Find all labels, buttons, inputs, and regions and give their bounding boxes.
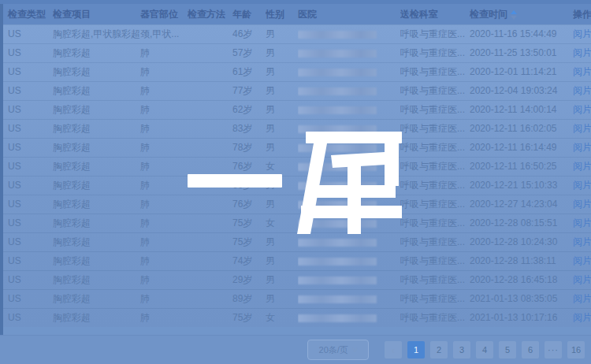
cell-dept: 呼吸与重症医... [400,271,470,289]
view-film-link[interactable]: 阅片 [573,274,591,285]
view-film-link[interactable]: 阅片 [573,47,591,58]
cell-gender: 男 [266,290,298,308]
cell-age: 74岁 [232,252,266,270]
page-button-2[interactable]: 2 [430,341,448,358]
view-film-link[interactable]: 阅片 [573,293,591,304]
cell-exam-type: US [3,195,53,214]
cell-dept: 呼吸与重症医... [400,101,470,119]
cell-exam-item: 胸腔彩超 [53,309,140,327]
cell-dept: 呼吸与重症医... [400,25,470,43]
table-row[interactable]: US 胸腔彩超 肺 61岁 男 呼吸与重症医... 2020-12-01 11:… [3,62,591,81]
cell-exam-type: US [3,214,53,232]
cell-organ: 肺 [140,233,188,251]
view-film-link[interactable]: 阅片 [573,161,591,172]
cell-dept: 呼吸与重症医... [400,290,470,308]
cell-organ: 肺 [140,44,188,62]
cell-exam-time: 2020-11-25 13:50:01 [470,44,573,62]
page-button-6[interactable]: 6 [522,341,539,358]
prev-page-button[interactable]: ‹ [385,341,402,358]
view-film-link[interactable]: 阅片 [573,123,591,134]
table-row[interactable]: US 胸腔彩超 肺 29岁 男 呼吸与重症医... 2020-12-28 16:… [3,270,591,289]
table-row[interactable]: US 胸腔彩超 肺 76岁 女 呼吸与重症医... 2020-12-11 16:… [3,157,591,176]
hospital-redacted-block [298,163,377,171]
cell-method [188,158,232,176]
page-button-16[interactable]: 16 [567,341,585,358]
table-row[interactable]: US 胸腔彩超 肺 76岁 男 呼吸与重症医... 2020-12-27 14:… [3,195,591,214]
view-film-link[interactable]: 阅片 [573,104,591,115]
view-film-link[interactable]: 阅片 [573,236,591,247]
cell-exam-item: 胸腔彩超 [53,252,140,270]
table-row[interactable]: US 胸腔彩超 肺 83岁 男 呼吸与重症医... 2020-12-11 16:… [3,119,591,138]
view-film-link[interactable]: 阅片 [573,217,591,228]
view-film-link[interactable]: 阅片 [573,142,591,153]
table-row[interactable]: US 胸腔彩超 肺 57岁 男 呼吸与重症医... 2020-11-25 13:… [3,43,591,62]
cell-organ: 肺 [140,101,188,119]
table-header-row: 检查类型 检查项目 器官部位 检查方法 年龄 性别 医院 送检科室 检查时间 操… [3,4,591,24]
cell-age: 77岁 [232,82,266,100]
page-button-5[interactable]: 5 [499,341,516,358]
sort-caret-icon[interactable] [511,5,517,24]
table-row[interactable]: US 胸腔彩超 肺 78岁 男 呼吸与重症医... 2020-12-11 16:… [3,138,591,157]
cell-exam-item: 胸腔彩超 [53,44,140,62]
page-ellipsis[interactable]: ··· [545,341,562,358]
cell-method [188,25,232,43]
view-film-link[interactable]: 阅片 [573,180,591,191]
cell-gender: 男 [266,25,298,43]
cell-gender: 男 [266,252,298,270]
cell-dept: 呼吸与重症医... [400,139,470,157]
cell-organ: 肺 [140,139,188,157]
cell-organ: 肺 [140,252,188,270]
hospital-redacted-block [298,182,377,190]
cell-organ: 肺 [140,290,188,308]
column-header-exam-type: 检查类型 [3,4,53,24]
table-row[interactable]: US 胸腔彩超 肺 89岁 男 呼吸与重症医... 2021-01-13 08:… [3,289,591,308]
cell-exam-type: US [3,271,53,289]
cell-exam-item: 胸腔彩超 [53,101,140,119]
table-row[interactable]: US 胸腔彩超,甲状腺彩超 颈,甲状... 46岁 男 呼吸与重症医... 20… [3,24,591,43]
table-row[interactable]: US 胸腔彩超 肺 66岁 男 呼吸与重症医... 2020-12-21 15:… [3,176,591,195]
cell-organ: 肺 [140,214,188,232]
chevron-down-icon: ∨ [351,346,359,354]
table-row[interactable]: US 胸腔彩超 肺 74岁 男 呼吸与重症医... 2020-12-28 11:… [3,251,591,270]
cell-age: 46岁 [232,25,266,43]
cell-age: 29岁 [232,271,266,289]
cell-exam-time: 2020-12-11 14:00:14 [470,101,573,119]
view-film-link[interactable]: 阅片 [573,66,591,77]
cell-exam-time: 2021-01-13 08:35:05 [470,290,573,308]
table-row[interactable]: US 胸腔彩超 肺 62岁 男 呼吸与重症医... 2020-12-11 14:… [3,100,591,119]
cell-exam-time: 2020-12-28 10:24:30 [470,233,573,251]
view-film-link[interactable]: 阅片 [573,199,591,210]
table-row[interactable]: US 胸腔彩超 肺 75岁 男 呼吸与重症医... 2020-12-28 10:… [3,232,591,251]
view-film-link[interactable]: 阅片 [573,28,591,39]
page-button-3[interactable]: 3 [453,341,470,358]
table-row[interactable]: US 胸腔彩超 肺 75岁 女 呼吸与重症医... 2020-12-28 08:… [3,214,591,232]
cell-hospital [298,44,400,62]
cell-exam-item: 胸腔彩超 [53,290,140,308]
cell-method [188,290,232,308]
cell-exam-time: 2020-12-11 16:50:25 [470,158,573,176]
cell-organ: 肺 [140,82,188,100]
cell-exam-time: 2020-12-27 14:23:04 [470,195,573,214]
hospital-redacted-block [298,239,377,247]
page-button-4[interactable]: 4 [476,341,493,358]
view-film-link[interactable]: 阅片 [573,85,591,96]
cell-exam-type: US [3,309,53,327]
cell-dept: 呼吸与重症医... [400,176,470,195]
cell-exam-time: 2020-12-21 15:10:33 [470,176,573,195]
table-row[interactable]: US 胸腔彩超 肺 77岁 男 呼吸与重症医... 2020-12-04 19:… [3,81,591,100]
cell-exam-time: 2020-11-16 15:44:49 [470,25,573,43]
cell-exam-time: 2020-12-01 11:14:21 [470,63,573,81]
page-button-1[interactable]: 1 [407,341,425,358]
view-film-link[interactable]: 阅片 [573,255,591,266]
page-size-select[interactable]: 20条/页 ∨ [307,340,369,360]
cell-organ: 肺 [140,120,188,138]
view-film-link[interactable]: 阅片 [573,312,591,323]
table-row[interactable]: US 胸腔彩超 肺 75岁 女 呼吸与重症医... 2021-01-13 10:… [3,308,591,327]
column-header-exam-time[interactable]: 检查时间 [470,4,573,24]
cell-dept: 呼吸与重症医... [400,195,470,214]
cell-gender: 男 [266,120,298,138]
cell-gender: 男 [266,233,298,251]
hospital-redacted-block [298,258,377,266]
cell-organ: 颈,甲状... [140,25,188,43]
hospital-redacted-block [298,295,377,303]
